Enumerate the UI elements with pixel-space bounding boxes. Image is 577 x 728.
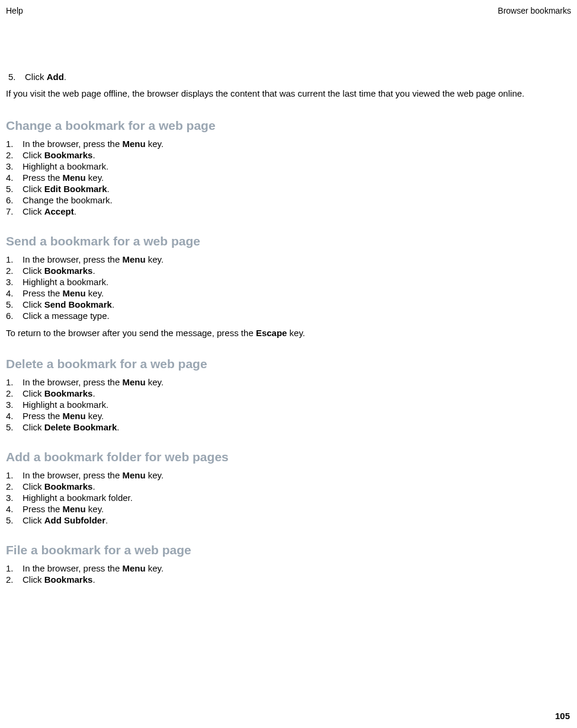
step-bold: Bookmarks bbox=[44, 481, 93, 491]
step-text: Click Bookmarks. bbox=[23, 388, 571, 398]
step-text: Change the bookmark. bbox=[23, 195, 571, 205]
step-bold: Menu bbox=[122, 470, 145, 480]
step-list: 1.In the browser, press the Menu key.2.C… bbox=[6, 470, 571, 525]
step-line: 6.Change the bookmark. bbox=[6, 195, 571, 205]
step-pre: In the browser, press the bbox=[23, 254, 122, 264]
step-text: Click Bookmarks. bbox=[23, 481, 571, 491]
section-title: File a bookmark for a web page bbox=[6, 543, 571, 557]
step-pre: Click a message type. bbox=[23, 311, 110, 321]
step-post: key. bbox=[86, 504, 104, 514]
step-bold: Menu bbox=[63, 411, 86, 421]
step-text: Click a message type. bbox=[23, 311, 571, 321]
section-block: Add a bookmark folder for web pages1.In … bbox=[6, 450, 571, 525]
step-line: 5.Click Send Bookmark. bbox=[6, 299, 571, 309]
step-number: 1. bbox=[6, 254, 23, 264]
step-number: 4. bbox=[6, 288, 23, 298]
step-pre: Highlight a bookmark. bbox=[23, 161, 108, 171]
step-number: 3. bbox=[6, 400, 23, 410]
step-line: 1.In the browser, press the Menu key. bbox=[6, 254, 571, 264]
step-text: In the browser, press the Menu key. bbox=[23, 139, 571, 149]
step-text: Highlight a bookmark. bbox=[23, 277, 571, 287]
step-text: Click Edit Bookmark. bbox=[23, 184, 571, 194]
step-pre: Click bbox=[23, 515, 44, 525]
step-post: key. bbox=[146, 563, 164, 573]
step-number: 3. bbox=[6, 493, 23, 503]
header-right: Browser bookmarks bbox=[498, 6, 571, 15]
step-number: 4. bbox=[6, 504, 23, 514]
step-post: key. bbox=[86, 288, 104, 298]
step-bold: Menu bbox=[122, 254, 145, 264]
step-pre: Press the bbox=[23, 411, 63, 421]
step-text: Click Add Subfolder. bbox=[23, 515, 571, 525]
step-line: 4.Press the Menu key. bbox=[6, 504, 571, 514]
step-text: Click Accept. bbox=[23, 206, 571, 216]
step-number: 2. bbox=[6, 388, 23, 398]
step-list: 1.In the browser, press the Menu key.2.C… bbox=[6, 563, 571, 585]
step-line: 5.Click Edit Bookmark. bbox=[6, 184, 571, 194]
top-paragraph: If you visit the web page offline, the b… bbox=[6, 88, 571, 100]
section-block: Change a bookmark for a web page1.In the… bbox=[6, 119, 571, 216]
step-bold: Bookmarks bbox=[44, 574, 93, 585]
step-pre: Click bbox=[23, 266, 44, 276]
step-number: 5. bbox=[6, 184, 23, 194]
step-pre: In the browser, press the bbox=[23, 377, 122, 387]
step-bold: Edit Bookmark bbox=[44, 184, 107, 194]
step-line: 2.Click Bookmarks. bbox=[6, 266, 571, 276]
step-pre: Click bbox=[23, 422, 44, 432]
step-line: 3.Highlight a bookmark folder. bbox=[6, 493, 571, 503]
step-number: 4. bbox=[6, 411, 23, 421]
step-text: Press the Menu key. bbox=[23, 504, 571, 514]
step-pre: Click bbox=[23, 150, 44, 160]
section-block: Send a bookmark for a web page1.In the b… bbox=[6, 234, 571, 338]
step-number: 5. bbox=[6, 515, 23, 525]
step-pre: In the browser, press the bbox=[23, 139, 122, 149]
post-list-paragraph: To return to the browser after you send … bbox=[6, 328, 571, 338]
para-pre: To return to the browser after you send … bbox=[6, 328, 256, 338]
step-pre: Press the bbox=[23, 288, 63, 298]
step-pre: In the browser, press the bbox=[23, 470, 122, 480]
step-pre: In the browser, press the bbox=[23, 563, 122, 573]
step-text: Press the Menu key. bbox=[23, 411, 571, 421]
step-list: 1.In the browser, press the Menu key.2.C… bbox=[6, 254, 571, 321]
step-line: 4.Press the Menu key. bbox=[6, 288, 571, 298]
para-post: key. bbox=[287, 328, 305, 338]
step-text: Press the Menu key. bbox=[23, 288, 571, 298]
step-post: . bbox=[117, 422, 119, 432]
step-line: 3.Highlight a bookmark. bbox=[6, 400, 571, 410]
step-text: Click Delete Bookmark. bbox=[23, 422, 571, 432]
step-line: 3.Highlight a bookmark. bbox=[6, 277, 571, 287]
step-bold: Menu bbox=[122, 563, 145, 573]
step-post: key. bbox=[86, 173, 104, 183]
step-line: 5.Click Add Subfolder. bbox=[6, 515, 571, 525]
step-post: . bbox=[92, 481, 95, 491]
step-bold: Bookmarks bbox=[44, 266, 93, 276]
step-line: 5.Click Delete Bookmark. bbox=[6, 422, 571, 432]
step-bold: Bookmarks bbox=[44, 150, 93, 160]
step-number: 7. bbox=[6, 206, 23, 216]
step-post: . bbox=[92, 266, 95, 276]
header-left: Help bbox=[6, 6, 23, 15]
step-text: Click Bookmarks. bbox=[23, 266, 571, 276]
step-number: 6. bbox=[6, 311, 23, 321]
step-pre: Click bbox=[23, 299, 44, 309]
section-block: Delete a bookmark for a web page1.In the… bbox=[6, 357, 571, 432]
step-post: . bbox=[112, 299, 114, 309]
para-bold: Escape bbox=[256, 328, 287, 338]
section-title: Send a bookmark for a web page bbox=[6, 234, 571, 248]
step-text: Click Bookmarks. bbox=[23, 150, 571, 160]
step-text: Click Send Bookmark. bbox=[23, 299, 571, 309]
step-line: 2.Click Bookmarks. bbox=[6, 481, 571, 491]
page-content: 5. Click Add. If you visit the web page … bbox=[6, 72, 571, 585]
section-title: Delete a bookmark for a web page bbox=[6, 357, 571, 371]
step-pre: Press the bbox=[23, 173, 63, 183]
step-pre: Change the bookmark. bbox=[23, 195, 113, 205]
step-post: key. bbox=[146, 254, 164, 264]
step-bold: Accept bbox=[44, 206, 74, 216]
step-text: In the browser, press the Menu key. bbox=[23, 470, 571, 480]
step-number: 1. bbox=[6, 563, 23, 573]
step-text: Press the Menu key. bbox=[23, 173, 571, 183]
step-line: 1.In the browser, press the Menu key. bbox=[6, 377, 571, 387]
step-post: . bbox=[92, 150, 95, 160]
step-pre: Highlight a bookmark. bbox=[23, 400, 108, 410]
step-number: 2. bbox=[6, 574, 23, 585]
